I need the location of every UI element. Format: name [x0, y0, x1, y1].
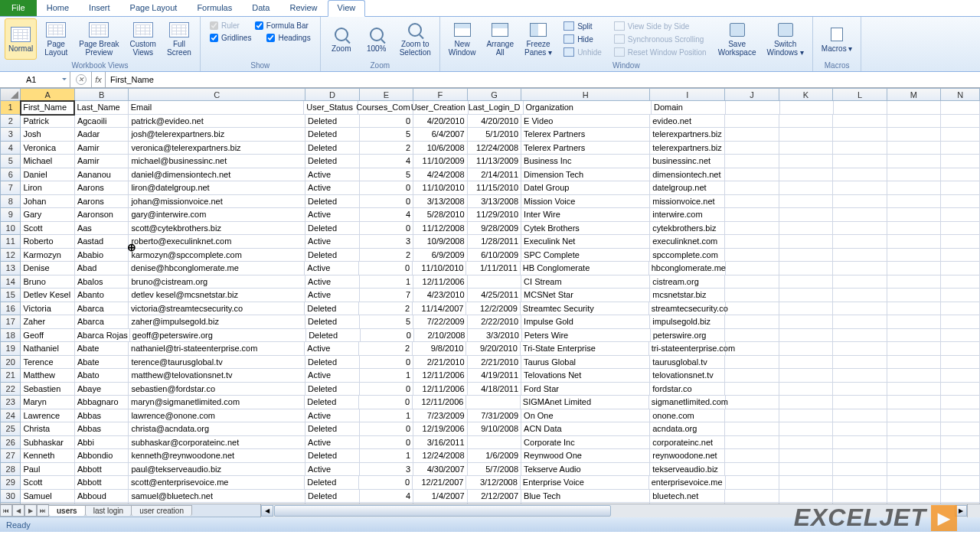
cell[interactable]: [725, 383, 779, 396]
cell[interactable]: [941, 383, 980, 396]
cell[interactable]: Abad: [75, 262, 129, 276]
cell[interactable]: execulinknet.com: [650, 235, 725, 249]
row-header[interactable]: 19: [0, 342, 21, 356]
cell[interactable]: taurusglobal.tv: [650, 356, 725, 370]
cell[interactable]: Deleted: [306, 329, 360, 343]
cell[interactable]: MCSNet Star: [521, 289, 650, 302]
cell[interactable]: Email: [129, 101, 305, 115]
cell[interactable]: 7/31/2009: [468, 409, 522, 423]
cell[interactable]: [833, 195, 887, 209]
cell[interactable]: sigmanetlimited.com: [649, 396, 726, 409]
cell[interactable]: Active: [305, 276, 360, 289]
cell[interactable]: [941, 222, 980, 236]
cell[interactable]: cytekbrothers.biz: [650, 222, 725, 236]
gridlines-checkbox[interactable]: Gridlines: [207, 32, 254, 44]
cell[interactable]: [725, 422, 779, 436]
cell[interactable]: paul@tekserveaudio.biz: [129, 463, 305, 477]
cell[interactable]: 4/25/2011: [468, 289, 522, 302]
cell[interactable]: [941, 168, 980, 182]
cell[interactable]: [887, 409, 942, 423]
row-header[interactable]: 29: [0, 476, 21, 490]
tab-view[interactable]: View: [328, 0, 366, 17]
cell[interactable]: patrick@evideo.net: [129, 115, 305, 129]
cell[interactable]: [779, 208, 834, 222]
cell[interactable]: Deleted: [305, 128, 360, 142]
cell[interactable]: victoria@streamtecsecurity.co: [129, 302, 305, 316]
cell[interactable]: [887, 155, 942, 168]
cell[interactable]: [779, 409, 834, 423]
cell[interactable]: [941, 101, 980, 115]
cell[interactable]: 2: [360, 142, 414, 155]
cell[interactable]: [725, 155, 779, 168]
cell[interactable]: [887, 235, 942, 249]
cell[interactable]: [779, 235, 834, 249]
cell[interactable]: 3/16/2011: [413, 436, 468, 450]
cell[interactable]: [941, 181, 980, 195]
cell[interactable]: [941, 463, 980, 477]
cell[interactable]: Maryn: [21, 396, 74, 409]
cell[interactable]: Scott: [21, 222, 75, 236]
cell[interactable]: Courses_Com: [358, 101, 413, 115]
row-header[interactable]: 22: [0, 383, 21, 396]
cell[interactable]: Impulse Gold: [521, 315, 650, 329]
cell[interactable]: Kenneth: [21, 449, 75, 463]
cell[interactable]: [833, 476, 887, 490]
cell[interactable]: roberto@execulinknet.com: [129, 235, 305, 249]
row-header[interactable]: 17: [0, 315, 21, 329]
cell[interactable]: 2/22/2010: [468, 315, 522, 329]
cell[interactable]: [941, 249, 980, 262]
cell[interactable]: 4/18/2011: [468, 383, 522, 396]
cell[interactable]: Josh: [21, 128, 75, 142]
cell[interactable]: detlev kesel@mcsnetstar.biz: [129, 289, 305, 302]
cell[interactable]: [725, 208, 779, 222]
cell[interactable]: Scott: [21, 476, 74, 490]
cell[interactable]: Abboud: [75, 490, 129, 504]
row-header[interactable]: 27: [0, 449, 21, 463]
cell[interactable]: [833, 302, 887, 316]
cell[interactable]: [941, 396, 980, 409]
sheet-tab-user-creation[interactable]: user creation: [131, 505, 192, 516]
cell[interactable]: 7/23/2009: [413, 409, 468, 423]
cell[interactable]: 1: [360, 449, 414, 463]
cell[interactable]: Abbott: [75, 463, 129, 477]
row-header[interactable]: 21: [0, 369, 21, 383]
cell[interactable]: Active: [305, 208, 360, 222]
cell[interactable]: Deleted: [305, 142, 360, 155]
cell[interactable]: kenneth@reynwoodone.net: [129, 449, 305, 463]
cell[interactable]: 3/3/2010: [468, 329, 521, 343]
cell[interactable]: Abarca: [75, 315, 129, 329]
tab-data[interactable]: Data: [242, 0, 279, 16]
cell[interactable]: [725, 181, 779, 195]
100%-button[interactable]: 100%: [361, 18, 393, 60]
cell[interactable]: Abbagnaro: [75, 396, 129, 409]
cell[interactable]: [941, 409, 980, 423]
cell[interactable]: 6/4/2007: [413, 128, 468, 142]
cell[interactable]: impulsegold.biz: [650, 315, 725, 329]
cell[interactable]: [887, 276, 942, 289]
cell[interactable]: Abbas: [75, 409, 129, 423]
cell[interactable]: [725, 142, 779, 155]
cell[interactable]: [941, 142, 980, 155]
sheet-tab-last-login[interactable]: last login: [85, 505, 132, 516]
cell[interactable]: [725, 115, 779, 129]
cell[interactable]: Domain: [652, 101, 726, 115]
cell[interactable]: Geoff: [21, 329, 74, 343]
cell[interactable]: [833, 181, 887, 195]
cell[interactable]: [833, 436, 887, 450]
cell[interactable]: enterprisevoice.me: [649, 476, 726, 490]
cell[interactable]: 1/4/2007: [413, 490, 468, 504]
cell[interactable]: [726, 262, 779, 276]
cell[interactable]: Aaronson: [75, 208, 129, 222]
cell[interactable]: Active: [305, 289, 360, 302]
cell[interactable]: denise@hbconglomerate.me: [129, 262, 305, 276]
cell[interactable]: 11/14/2007: [413, 302, 466, 316]
tab-file[interactable]: File: [0, 0, 37, 16]
cell[interactable]: 4/20/2010: [468, 115, 522, 129]
cell[interactable]: Abato: [75, 369, 129, 383]
cell[interactable]: 5: [360, 168, 414, 182]
cell[interactable]: christa@acndata.org: [129, 422, 305, 436]
cell[interactable]: sebastien@fordstar.co: [129, 383, 305, 396]
cell[interactable]: [887, 101, 941, 115]
row-header[interactable]: 9: [0, 208, 21, 222]
cell[interactable]: [779, 276, 834, 289]
